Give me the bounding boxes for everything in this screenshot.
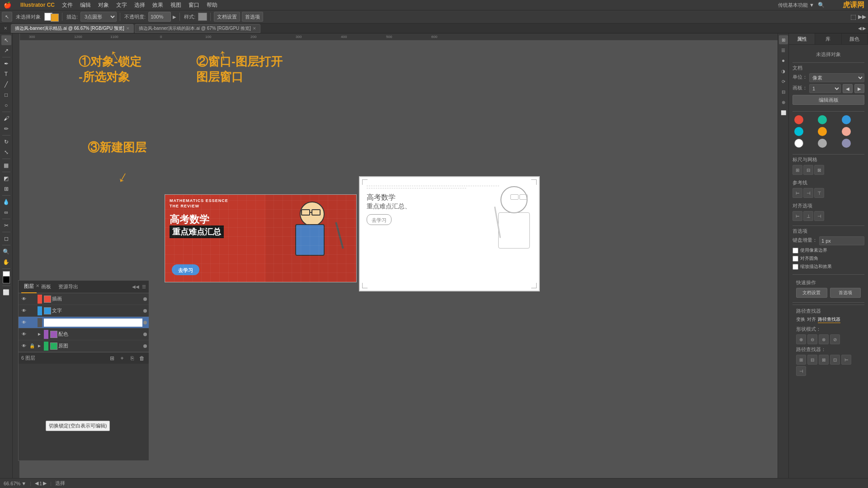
guide-btn2[interactable]: ⊣ bbox=[803, 188, 813, 198]
slice-tool[interactable]: ✂ bbox=[1, 221, 11, 230]
pathfinder-icon[interactable]: ⊕ bbox=[779, 98, 788, 107]
ruler-btn[interactable]: ⊞ bbox=[793, 165, 802, 175]
pen-tool[interactable]: ✒ bbox=[1, 59, 11, 69]
workspace-selector[interactable]: 传统基本功能 ▼ bbox=[778, 2, 814, 9]
color-swatch-lavender[interactable] bbox=[842, 139, 851, 148]
color-swatch-orange[interactable] bbox=[818, 127, 827, 136]
shape-minus-front[interactable]: ⊖ bbox=[807, 334, 817, 344]
shape-exclude[interactable]: ⊘ bbox=[830, 334, 840, 344]
tab-arrange-btn[interactable]: ◀ ▶ bbox=[858, 26, 866, 31]
layer-item-text[interactable]: 👁 文字 bbox=[19, 305, 149, 317]
duplicate-layer-btn[interactable]: ⎘ bbox=[128, 354, 136, 362]
hand-tool[interactable]: ✋ bbox=[1, 257, 11, 267]
layer-vis-chua[interactable]: 👁 bbox=[20, 296, 28, 303]
color-swatch-white[interactable] bbox=[794, 139, 803, 148]
eraser-tool[interactable]: ◻ bbox=[1, 234, 11, 244]
snap-pixel-checkbox[interactable] bbox=[793, 248, 798, 253]
tab-2[interactable]: 插边风-banner演示稿的副本.ai @ 67% [RGB/GPU 推览] ✕ bbox=[135, 24, 260, 33]
menu-item-view[interactable]: 视图 bbox=[167, 1, 185, 9]
selection-tool-btn[interactable]: ↖ bbox=[2, 12, 12, 22]
artboard-icon[interactable]: ⬜ bbox=[779, 108, 788, 117]
select-tool[interactable]: ↖ bbox=[1, 35, 11, 45]
pf-minus-back[interactable]: ⊣ bbox=[796, 366, 806, 376]
tab-2-close[interactable]: ✕ bbox=[253, 26, 256, 31]
lp-close-btn[interactable]: ✕ bbox=[36, 283, 39, 288]
pf-merge[interactable]: ⊠ bbox=[819, 355, 829, 365]
transform-icon[interactable]: ⟳ bbox=[779, 77, 788, 86]
tab-properties[interactable]: 属性 bbox=[789, 33, 815, 44]
guide-btn3[interactable]: ⊤ bbox=[814, 188, 824, 198]
align-tab[interactable]: 对齐 bbox=[807, 316, 816, 323]
brush-tool[interactable]: 🖌 bbox=[1, 113, 11, 123]
appearance-icon[interactable]: ◑ bbox=[779, 66, 788, 75]
snap-corners-checkbox[interactable] bbox=[793, 256, 798, 262]
pf-divide[interactable]: ⊞ bbox=[796, 355, 806, 365]
layer-lock-peise[interactable] bbox=[28, 331, 36, 338]
arrange-icon[interactable]: ⬚ bbox=[850, 13, 856, 20]
stroke-color[interactable] bbox=[3, 276, 10, 283]
zoom-select-wrapper[interactable]: 66.67% ▼ bbox=[4, 481, 26, 486]
layer-expand-original[interactable]: ▶ bbox=[37, 343, 42, 349]
layer-lock-text[interactable] bbox=[28, 307, 36, 314]
stroke-style-select[interactable]: 3点圆形 bbox=[80, 12, 117, 22]
preferences-btn[interactable]: 首选项 bbox=[242, 12, 263, 22]
tab-libraries[interactable]: 库 bbox=[815, 33, 841, 44]
pf-outline[interactable]: ⊢ bbox=[841, 355, 851, 365]
menu-item-object[interactable]: 对象 bbox=[94, 1, 113, 9]
keyboard-input[interactable] bbox=[819, 236, 864, 245]
snap-effects-checkbox[interactable] bbox=[793, 264, 798, 270]
ellipse-tool[interactable]: ○ bbox=[1, 100, 11, 110]
lp-collapse-btn[interactable]: ◀◀ bbox=[132, 284, 139, 289]
grid-btn2[interactable]: ⊠ bbox=[814, 165, 824, 175]
tab-1[interactable]: 插边风-banner演示精品.ai @ 66.67% [RGB/GPU 预览] … bbox=[11, 24, 134, 33]
layers-tab[interactable]: 图层 bbox=[21, 281, 37, 293]
menu-item-help[interactable]: 帮助 bbox=[203, 1, 221, 9]
artboards-tab[interactable]: 画板 bbox=[38, 281, 54, 293]
layer-item-editing[interactable]: 👁 bbox=[19, 317, 149, 328]
direct-select-tool[interactable]: ↗ bbox=[1, 46, 11, 56]
color-swatch-salmon[interactable] bbox=[842, 127, 851, 136]
rotate-tool[interactable]: ↻ bbox=[1, 137, 11, 147]
color-icon[interactable]: ● bbox=[779, 56, 788, 65]
menu-item-select[interactable]: 选择 bbox=[131, 1, 149, 9]
fill-color-box[interactable] bbox=[51, 14, 59, 22]
opacity-chevron[interactable]: ▶ bbox=[173, 14, 176, 19]
new-layer-set-btn[interactable]: ⊞ bbox=[108, 354, 116, 362]
opacity-input[interactable] bbox=[148, 12, 171, 22]
menu-item-text[interactable]: 文字 bbox=[113, 1, 131, 9]
line-tool[interactable]: ╱ bbox=[1, 80, 11, 89]
artboard-select[interactable]: 1 bbox=[809, 84, 841, 93]
color-swatch-blue[interactable] bbox=[842, 115, 851, 124]
color-swatch-gray[interactable] bbox=[818, 139, 827, 148]
blend-tool[interactable]: ∞ bbox=[1, 207, 11, 217]
unit-select[interactable]: 像素 点 毫米 bbox=[809, 73, 864, 82]
menu-item-window[interactable]: 窗口 bbox=[185, 1, 203, 9]
layer-item-peise[interactable]: 👁 ▶ 配色 bbox=[19, 328, 149, 340]
toolbar-expand[interactable]: ▶▶ bbox=[858, 14, 866, 20]
zoom-tool[interactable]: 🔍 bbox=[1, 247, 11, 257]
tab-1-close[interactable]: ✕ bbox=[126, 26, 130, 31]
align-center-btn[interactable]: ⊥ bbox=[803, 211, 813, 221]
layer-item-chua[interactable]: 👁 插画 bbox=[19, 293, 149, 305]
scale-tool[interactable]: ⤡ bbox=[1, 147, 11, 157]
layer-vis-text[interactable]: 👁 bbox=[20, 307, 28, 314]
zoom-chevron[interactable]: ▼ bbox=[21, 481, 26, 486]
fill-tool[interactable]: ▦ bbox=[1, 160, 11, 170]
pathfinder-tab[interactable]: 路径查找器 bbox=[818, 316, 840, 323]
layer-lock-original[interactable]: 🔒 bbox=[28, 343, 36, 350]
menu-item-effects[interactable]: 效果 bbox=[149, 1, 167, 9]
apple-menu[interactable]: 🍎 bbox=[4, 1, 11, 9]
layer-name-input-editing[interactable] bbox=[44, 319, 142, 327]
color-swatch-teal[interactable] bbox=[818, 115, 827, 124]
mesh-tool[interactable]: ⊞ bbox=[1, 184, 11, 194]
menu-item-illustrator[interactable]: Illustrator CC bbox=[17, 2, 58, 8]
layer-lock-chua[interactable] bbox=[28, 296, 36, 303]
text-tool[interactable]: T bbox=[1, 69, 11, 79]
menu-item-edit[interactable]: 编辑 bbox=[76, 1, 94, 9]
tab-close-all[interactable]: ✕ bbox=[2, 25, 9, 32]
artboard-next-btn[interactable]: ▶ bbox=[43, 480, 47, 486]
shape-unite[interactable]: ⊕ bbox=[796, 334, 806, 344]
libraries-icon[interactable]: ☰ bbox=[779, 46, 788, 55]
rect-tool[interactable]: □ bbox=[1, 90, 11, 100]
properties-icon[interactable]: ⊞ bbox=[779, 35, 788, 44]
